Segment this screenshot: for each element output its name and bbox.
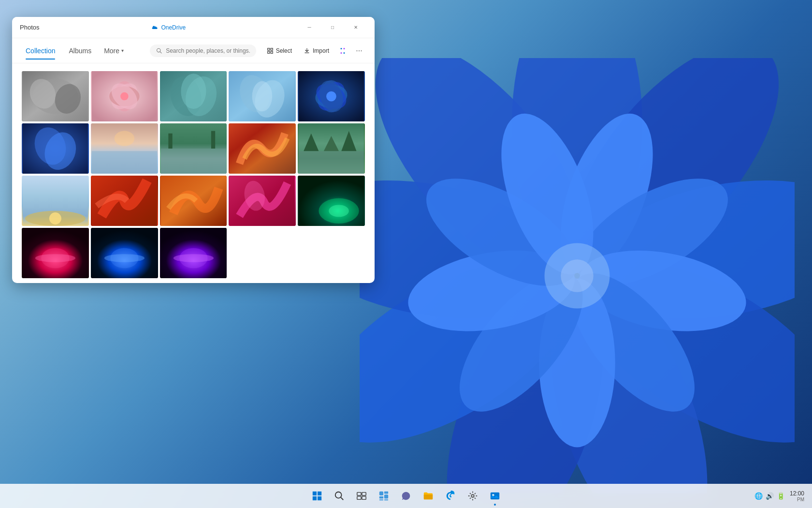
volume-icon[interactable]: 🔊 bbox=[766, 492, 774, 500]
photo-item[interactable] bbox=[91, 123, 158, 174]
svg-point-20 bbox=[157, 48, 160, 52]
explorer-icon bbox=[423, 491, 434, 501]
photo-item[interactable] bbox=[91, 228, 158, 278]
overflow-dots: ··· bbox=[356, 46, 362, 55]
edge-icon bbox=[445, 491, 456, 501]
overflow-button[interactable]: ··· bbox=[351, 43, 367, 59]
more-button[interactable]: More ▾ bbox=[99, 44, 129, 58]
nav-actions: Select Import bbox=[262, 43, 367, 59]
battery-icon[interactable]: 🔋 bbox=[777, 492, 785, 500]
taskbar-chat-button[interactable] bbox=[395, 485, 417, 507]
svg-point-74 bbox=[49, 212, 61, 224]
svg-rect-64 bbox=[168, 134, 172, 149]
svg-rect-26 bbox=[304, 52, 309, 53]
chat-icon bbox=[401, 491, 411, 501]
svg-rect-22 bbox=[267, 48, 269, 50]
taskbar: 🌐 🔊 🔋 12:00 PM bbox=[0, 484, 812, 508]
magic-icon bbox=[338, 46, 347, 55]
import-label: Import bbox=[313, 47, 329, 54]
svg-point-30 bbox=[344, 52, 345, 54]
photo-item[interactable] bbox=[160, 228, 227, 278]
photo-item[interactable] bbox=[160, 71, 227, 121]
clock[interactable]: 12:00 PM bbox=[790, 490, 804, 502]
minimize-button[interactable]: ─ bbox=[298, 20, 320, 35]
title-left: Photos bbox=[20, 24, 39, 31]
svg-rect-103 bbox=[379, 496, 383, 499]
photo-item[interactable] bbox=[298, 71, 365, 121]
taskbar-settings-button[interactable] bbox=[462, 485, 483, 507]
onedrive-button[interactable]: OneDrive bbox=[148, 23, 189, 32]
close-button[interactable]: ✕ bbox=[345, 20, 367, 35]
photos-taskbar-icon bbox=[490, 491, 500, 501]
search-taskbar-icon bbox=[334, 491, 345, 501]
svg-point-84 bbox=[35, 254, 75, 262]
system-tray: 🌐 🔊 🔋 12:00 PM bbox=[754, 490, 804, 502]
photos-app-window: Photos OneDrive ─ □ ✕ Collection Albums bbox=[12, 17, 375, 283]
tab-albums-label: Albums bbox=[69, 47, 91, 55]
import-button[interactable]: Import bbox=[299, 45, 334, 57]
taskbar-taskview-button[interactable] bbox=[351, 485, 372, 507]
taskbar-search-button[interactable] bbox=[329, 485, 350, 507]
search-box[interactable] bbox=[150, 45, 256, 57]
svg-rect-68 bbox=[299, 151, 364, 174]
svg-rect-106 bbox=[384, 499, 388, 500]
photo-item[interactable] bbox=[91, 176, 158, 226]
taskbar-right: 🌐 🔊 🔋 12:00 PM bbox=[754, 490, 804, 502]
photo-item[interactable] bbox=[229, 123, 296, 174]
network-icon[interactable]: 🌐 bbox=[754, 492, 763, 500]
photo-item[interactable] bbox=[22, 228, 89, 278]
svg-point-95 bbox=[335, 492, 342, 498]
tab-albums[interactable]: Albums bbox=[63, 43, 97, 59]
photo-item[interactable] bbox=[160, 176, 227, 226]
svg-rect-60 bbox=[92, 151, 157, 174]
photo-item[interactable] bbox=[160, 123, 227, 174]
photo-item[interactable] bbox=[22, 176, 89, 226]
settings-icon bbox=[467, 491, 478, 501]
svg-rect-94 bbox=[318, 496, 321, 500]
svg-rect-109 bbox=[491, 493, 499, 500]
svg-point-28 bbox=[344, 48, 345, 49]
magic-button[interactable] bbox=[336, 44, 349, 58]
active-indicator bbox=[494, 504, 496, 506]
photo-item[interactable] bbox=[298, 176, 365, 226]
svg-point-61 bbox=[114, 131, 134, 146]
svg-rect-92 bbox=[318, 492, 321, 495]
svg-rect-102 bbox=[384, 492, 388, 494]
svg-rect-105 bbox=[379, 499, 383, 500]
svg-rect-99 bbox=[357, 496, 361, 499]
photo-item[interactable] bbox=[229, 176, 296, 226]
title-bar: Photos OneDrive ─ □ ✕ bbox=[12, 17, 375, 38]
svg-point-108 bbox=[471, 494, 474, 497]
desktop: Photos OneDrive ─ □ ✕ Collection Albums bbox=[0, 0, 812, 508]
photo-item[interactable] bbox=[91, 71, 158, 121]
svg-rect-98 bbox=[362, 493, 366, 495]
search-input[interactable] bbox=[166, 47, 249, 54]
photo-item[interactable] bbox=[22, 123, 89, 174]
svg-rect-91 bbox=[313, 492, 317, 495]
nav-bar: Collection Albums More ▾ bbox=[12, 38, 375, 63]
photo-grid-container[interactable] bbox=[12, 63, 375, 283]
svg-rect-93 bbox=[313, 496, 317, 500]
widgets-icon bbox=[378, 491, 389, 501]
svg-rect-63 bbox=[160, 149, 226, 174]
taskbar-widgets-button[interactable] bbox=[373, 485, 394, 507]
tab-collection[interactable]: Collection bbox=[20, 43, 61, 59]
maximize-button[interactable]: □ bbox=[321, 20, 344, 35]
select-button[interactable]: Select bbox=[262, 45, 297, 57]
taskbar-photos-pinned[interactable] bbox=[484, 485, 506, 507]
svg-point-55 bbox=[326, 91, 336, 102]
chevron-down-icon: ▾ bbox=[121, 48, 124, 53]
photo-item[interactable] bbox=[229, 71, 296, 121]
photo-item[interactable] bbox=[298, 123, 365, 174]
taskbar-explorer-button[interactable] bbox=[418, 485, 439, 507]
taskbar-edge-button[interactable] bbox=[440, 485, 461, 507]
window-controls: ─ □ ✕ bbox=[298, 20, 367, 35]
svg-rect-24 bbox=[267, 51, 269, 53]
svg-point-81 bbox=[329, 205, 349, 217]
import-icon bbox=[304, 47, 310, 54]
photo-item[interactable] bbox=[22, 71, 89, 121]
onedrive-icon bbox=[152, 24, 159, 31]
svg-rect-101 bbox=[379, 492, 383, 495]
tab-collection-label: Collection bbox=[26, 47, 55, 55]
taskbar-start-button[interactable] bbox=[306, 485, 328, 507]
